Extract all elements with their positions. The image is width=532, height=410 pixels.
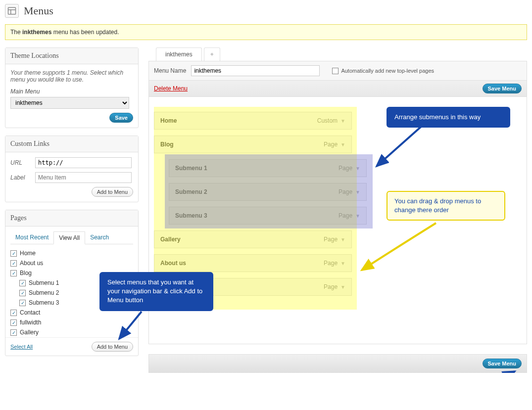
list-item-label: Blog (20, 270, 32, 276)
list-item-label: fullwidth (20, 319, 41, 326)
list-item-label: Submenu 1 (29, 279, 59, 286)
arrow-save-icon (445, 366, 520, 373)
arrow-select-icon (112, 309, 151, 349)
delete-menu-link[interactable]: Delete Menu (154, 85, 188, 92)
menu-item-type: Page▼ (324, 141, 345, 148)
checkbox-icon[interactable]: ✓ (10, 310, 17, 316)
url-input[interactable] (35, 157, 132, 168)
chevron-down-icon[interactable]: ▼ (340, 284, 345, 290)
menu-item[interactable]: Submenu 2Page▼ (169, 183, 367, 201)
tab-search[interactable]: Search (85, 231, 114, 244)
tab-most-recent[interactable]: Most Recent (10, 231, 53, 244)
list-item[interactable]: ✓Home (10, 248, 133, 258)
menu-tab-inkthemes[interactable]: inkthemes (156, 47, 202, 61)
checkbox-icon[interactable]: ✓ (10, 260, 17, 267)
theme-locations-panel: Theme Locations Your theme supports 1 me… (5, 47, 139, 128)
page-title: Menus (24, 4, 53, 17)
checkbox-icon[interactable]: ✓ (10, 250, 17, 257)
menu-item-type: Page▼ (324, 260, 345, 267)
checkbox-icon[interactable]: ✓ (10, 270, 17, 276)
chevron-down-icon[interactable]: ▼ (355, 189, 360, 195)
chevron-down-icon[interactable]: ▼ (355, 213, 360, 219)
list-item-label: Contact (20, 309, 40, 316)
save-menu-button-top[interactable]: Save Menu (483, 84, 522, 93)
custom-links-title: Custom Links (5, 136, 138, 152)
callout-arrange: Arrange submenus in this way (387, 107, 510, 128)
menu-item[interactable]: Submenu 1Page▼ (169, 159, 367, 177)
menu-item-type: Custom▼ (317, 117, 345, 124)
chevron-down-icon[interactable]: ▼ (355, 166, 360, 171)
arrow-dragdrop-icon (357, 218, 441, 277)
update-notice: The inkthemes menu has been updated. (5, 24, 527, 40)
select-all-link[interactable]: Select All (10, 344, 33, 350)
checkbox-icon (332, 68, 339, 74)
callout-dragdrop: You can drag & drop menus to change ther… (387, 191, 505, 221)
menu-header-bar: Menu Name Automatically add new top-leve… (148, 61, 527, 81)
label-label: Label (10, 174, 35, 181)
menu-subheader: Delete Menu Save Menu (148, 81, 527, 97)
pages-title: Pages (5, 210, 138, 227)
menu-item-label: Home (160, 117, 177, 124)
checkbox-icon[interactable]: ✓ (10, 319, 17, 326)
menu-item-type: Page▼ (324, 283, 345, 290)
menus-icon (5, 4, 19, 18)
menu-item[interactable]: Submenu 3Page▼ (169, 207, 367, 225)
menu-item-label: About us (160, 260, 186, 267)
label-input[interactable] (35, 172, 132, 183)
menu-item-type: Page▼ (339, 188, 360, 195)
arrow-arrange-icon (372, 124, 426, 174)
callout-select: Select menus that you want at your navig… (99, 272, 213, 311)
chevron-down-icon[interactable]: ▼ (340, 142, 345, 147)
menu-item-label: Submenu 3 (175, 212, 207, 219)
pages-tabs: Most Recent View All Search (10, 231, 133, 244)
chevron-down-icon[interactable]: ▼ (340, 237, 345, 242)
list-item-label: Gallery (20, 329, 39, 336)
menu-tabs: inkthemes + (156, 47, 527, 61)
checkbox-icon[interactable]: ✓ (10, 329, 17, 336)
list-item-label: About us (20, 260, 43, 267)
menu-item[interactable]: HomeCustom▼ (154, 112, 352, 130)
checkbox-icon[interactable]: ✓ (19, 290, 26, 296)
main-menu-select[interactable]: inkthemes (10, 97, 129, 109)
auto-add-checkbox[interactable]: Automatically add new top-level pages (332, 68, 434, 74)
theme-locations-desc: Your theme supports 1 menu. Select which… (10, 69, 133, 83)
main-menu-label: Main Menu (10, 88, 133, 95)
theme-locations-title: Theme Locations (5, 48, 138, 64)
chevron-down-icon[interactable]: ▼ (340, 261, 345, 266)
menu-item[interactable]: About usPage▼ (154, 254, 352, 272)
list-item-label: Submenu 2 (29, 289, 59, 296)
menu-name-input[interactable] (191, 65, 320, 76)
menu-item-type: Page▼ (339, 165, 360, 172)
menu-item-label: Gallery (160, 236, 181, 243)
menu-item[interactable]: GalleryPage▼ (154, 230, 352, 248)
menu-item[interactable]: BlogPage▼ (154, 136, 352, 153)
menu-item-label: Submenu 1 (175, 165, 207, 172)
tab-view-all[interactable]: View All (53, 231, 85, 244)
svg-rect-0 (8, 7, 16, 14)
pages-panel: Pages Most Recent View All Search ✓Home✓… (5, 210, 139, 356)
save-theme-location-button[interactable]: Save (109, 113, 133, 123)
checkbox-icon[interactable]: ✓ (19, 300, 26, 306)
menu-item-type: Page▼ (324, 236, 345, 243)
custom-links-panel: Custom Links URL Label Add to Menu (5, 136, 139, 202)
list-item-label: Submenu 3 (29, 299, 59, 306)
add-custom-link-button[interactable]: Add to Menu (92, 187, 133, 197)
page-header: Menus (5, 0, 527, 22)
chevron-down-icon[interactable]: ▼ (340, 118, 345, 124)
menu-name-label: Menu Name (154, 67, 186, 74)
menu-tab-add[interactable]: + (204, 47, 220, 61)
list-item-label: Home (20, 250, 36, 257)
checkbox-icon[interactable]: ✓ (19, 280, 26, 286)
url-label: URL (10, 159, 35, 166)
menu-item-label: Blog (160, 141, 174, 148)
list-item[interactable]: ✓About us (10, 258, 133, 268)
menu-item-label: Submenu 2 (175, 188, 207, 195)
